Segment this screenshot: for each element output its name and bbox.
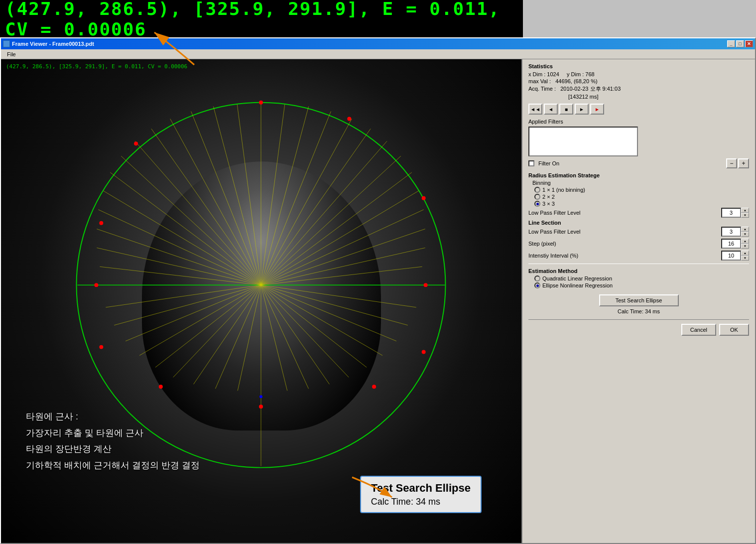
- minimize-button[interactable]: _: [727, 40, 735, 47]
- right-panel: Statistics x Dim : 1024 y Dim : 768 max …: [521, 59, 755, 543]
- playback-stop[interactable]: ■: [559, 104, 573, 115]
- svg-point-50: [347, 117, 351, 121]
- ok-button[interactable]: OK: [719, 324, 749, 336]
- line-section-low-pass-input[interactable]: [721, 227, 741, 237]
- title-bar-text: Frame Viewer - Frame00013.pdt: [3, 40, 94, 47]
- quadratic-regression-row: Quadratic Linear Regression: [534, 275, 749, 281]
- title-bar-buttons: _ □ ✕: [727, 40, 753, 47]
- close-button[interactable]: ✕: [745, 40, 753, 47]
- image-panel: (427.9, 286.5), [325.9, 291.9], E = 0.01…: [1, 59, 521, 543]
- stat-ydim-label: y Dim :: [567, 71, 584, 77]
- tube-shape: [142, 161, 381, 430]
- step-pixel-input[interactable]: [721, 239, 741, 249]
- stat-maxval-row: max Val : 44696, (68,20 %): [528, 78, 749, 84]
- intensity-interval-up[interactable]: ▲: [741, 251, 749, 256]
- callout-button-text: Test Search Ellipse: [371, 482, 471, 495]
- korean-text-overlay: 타원에 근사 : 가장자리 추출 및 타원에 근사 타원의 장단반경 계산 기하…: [26, 408, 200, 473]
- svg-point-57: [99, 345, 103, 349]
- window-title: Frame Viewer - Frame00013.pdt: [12, 41, 94, 47]
- stat-acqtime-row: Acq. Time : 2010-02-23 오후 9:41:03: [528, 85, 749, 93]
- ellipse-regression-label: Ellipse Nonlinear Regression: [542, 282, 613, 288]
- playback-next-red[interactable]: ►: [590, 104, 604, 115]
- line-section-low-pass-label: Low Pass Filter Level: [528, 229, 721, 235]
- binning-2x2-radio[interactable]: [534, 194, 540, 200]
- line-section-low-pass-spinbox: ▲ ▼: [721, 227, 749, 237]
- image-status-overlay: (427.9, 286.5), [325.9, 291.9], E = 0.01…: [6, 63, 187, 70]
- step-pixel-down[interactable]: ▼: [741, 244, 749, 249]
- step-pixel-label: Step (pixel): [528, 241, 721, 247]
- svg-point-58: [94, 283, 98, 287]
- stat-maxval-label: max Val :: [528, 78, 551, 84]
- svg-point-60: [134, 141, 138, 145]
- step-pixel-arrows: ▲ ▼: [741, 239, 749, 249]
- line-section-low-pass-down[interactable]: ▼: [741, 232, 749, 237]
- stat-xdim-value: 1024: [547, 71, 559, 77]
- playback-prev-skip[interactable]: ◄◄: [528, 104, 542, 115]
- callout-calc-time: Calc Time: 34 ms: [371, 497, 440, 507]
- cancel-button[interactable]: Cancel: [681, 324, 716, 336]
- applied-filters-box: [528, 127, 638, 156]
- menu-file[interactable]: File: [3, 50, 20, 58]
- bottom-buttons: Cancel OK: [528, 319, 749, 336]
- ellipse-regression-row: Ellipse Nonlinear Regression: [534, 282, 749, 288]
- radius-estimation-header: Radius Estimation Stratege: [528, 172, 749, 178]
- playback-prev[interactable]: ◄: [544, 104, 558, 115]
- frame-canvas: (427.9, 286.5), [325.9, 291.9], E = 0.01…: [1, 59, 521, 543]
- intensity-interval-label: Intenstiy Interval (%): [528, 253, 721, 259]
- intensity-interval-row: Intenstiy Interval (%) ▲ ▼: [528, 251, 749, 261]
- line-section-low-pass-up[interactable]: ▲: [741, 227, 749, 232]
- intensity-interval-input[interactable]: [721, 251, 741, 261]
- stat-xdim-row: x Dim : 1024 y Dim : 768: [528, 71, 749, 77]
- stat-ydim-value: 768: [585, 71, 594, 77]
- korean-line3: 타원의 장단반경 계산: [26, 441, 200, 457]
- low-pass-filter-top-up[interactable]: ▲: [741, 208, 749, 213]
- top-banner-text: (427.9, 286.5), [325.9, 291.9], E = 0.01…: [5, 0, 523, 39]
- intensity-interval-arrows: ▲ ▼: [741, 251, 749, 261]
- binning-3x3-radio[interactable]: [534, 201, 540, 207]
- quadratic-regression-label: Quadratic Linear Regression: [542, 275, 612, 281]
- filter-on-checkbox[interactable]: [528, 160, 534, 166]
- korean-line1: 타원에 근사 :: [26, 408, 200, 424]
- low-pass-filter-top-down[interactable]: ▼: [741, 213, 749, 218]
- svg-point-54: [372, 385, 376, 389]
- estimation-method-section: Estimation Method Quadratic Linear Regre…: [528, 268, 749, 288]
- stat-acqtime-ms: [143212 ms]: [528, 94, 749, 100]
- binning-2x2-label: 2 × 2: [542, 194, 555, 200]
- filter-remove-button[interactable]: −: [726, 158, 737, 168]
- binning-3x3-row: 3 × 3: [534, 201, 749, 207]
- line-section-label: Line Section: [528, 220, 749, 226]
- binning-1x1-row: 1 × 1 (no binning): [534, 187, 749, 193]
- estimation-method-radio-group: Quadratic Linear Regression Ellipse Nonl…: [534, 275, 749, 288]
- intensity-interval-down[interactable]: ▼: [741, 256, 749, 261]
- filter-add-button[interactable]: +: [738, 158, 749, 168]
- window-icon: [3, 40, 10, 47]
- korean-line2: 가장자리 추출 및 타원에 근사: [26, 425, 200, 441]
- applied-filters-title: Applied Filters: [528, 119, 749, 125]
- calc-time-text: Calc Time: 34 ms: [528, 308, 749, 314]
- low-pass-filter-top-arrows: ▲ ▼: [741, 208, 749, 218]
- ellipse-regression-radio[interactable]: [534, 282, 540, 288]
- binning-2x2-row: 2 × 2: [534, 194, 749, 200]
- low-pass-filter-top-input[interactable]: [721, 208, 741, 218]
- maximize-button[interactable]: □: [736, 40, 744, 47]
- filter-on-label: Filter On: [538, 160, 559, 166]
- playback-next[interactable]: ►: [575, 104, 589, 115]
- title-bar: Frame Viewer - Frame00013.pdt _ □ ✕: [1, 38, 755, 49]
- korean-line4: 기하학적 배치에 근거해서 결정의 반경 결정: [26, 457, 200, 473]
- binning-radio-group: 1 × 1 (no binning) 2 × 2 3 × 3: [534, 187, 749, 207]
- line-section-low-pass-row: Low Pass Filter Level ▲ ▼: [528, 227, 749, 237]
- content-area: (427.9, 286.5), [325.9, 291.9], E = 0.01…: [1, 59, 755, 543]
- filter-on-row: Filter On − +: [528, 158, 749, 168]
- low-pass-filter-top-row: Low Pass Filter Level ▲ ▼: [528, 208, 749, 218]
- svg-point-49: [259, 101, 263, 105]
- step-pixel-up[interactable]: ▲: [741, 239, 749, 244]
- stat-acqtime-label: Acq. Time :: [528, 86, 556, 92]
- test-search-ellipse-button[interactable]: Test Search Ellipse: [599, 294, 679, 306]
- quadratic-regression-radio[interactable]: [534, 275, 540, 281]
- stat-acqtime-value: 2010-02-23 오후 9:41:03: [560, 86, 621, 92]
- low-pass-filter-top-spinbox: ▲ ▼: [721, 208, 749, 218]
- binning-label: Binning: [532, 180, 749, 186]
- filter-buttons: − +: [726, 158, 749, 168]
- step-pixel-row: Step (pixel) ▲ ▼: [528, 239, 749, 249]
- binning-1x1-radio[interactable]: [534, 187, 540, 193]
